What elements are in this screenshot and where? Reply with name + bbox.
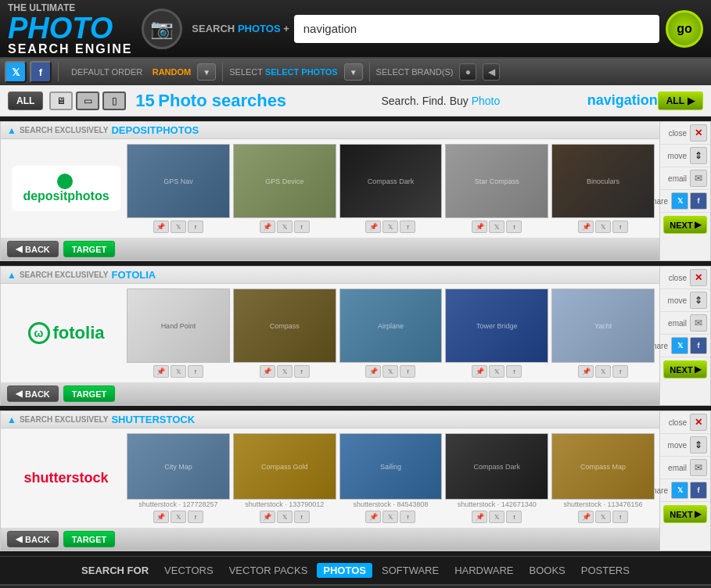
- close-button-deposit[interactable]: ✕: [690, 124, 707, 142]
- go-button[interactable]: go: [666, 10, 703, 48]
- move-button-shutterstock[interactable]: ⇕: [690, 436, 707, 454]
- shutterstock-photo-4[interactable]: Compass Dark shutterstock · 142671340 📌 …: [445, 433, 548, 523]
- software-link[interactable]: SOFTWARE: [375, 563, 445, 578]
- deposit-photo-5[interactable]: Binoculars 📌 𝕏 f: [551, 144, 655, 233]
- shutterstock-photo-3[interactable]: Sailing shutterstock · 84543808 📌 𝕏 f: [339, 433, 443, 523]
- fb-icon-f4[interactable]: f: [506, 365, 522, 378]
- deposit-img-1[interactable]: GPS Nav: [127, 144, 230, 218]
- shutterstock-photo-5[interactable]: Compass Map shutterstock · 113476156 📌 𝕏…: [551, 433, 655, 523]
- tweet-icon-f4[interactable]: 𝕏: [489, 365, 505, 378]
- share-facebook-fotolia[interactable]: f: [690, 337, 707, 354]
- vectors-link[interactable]: VECTORS: [158, 563, 220, 578]
- pin-icon-s2[interactable]: 📌: [260, 511, 275, 523]
- fb-icon-1[interactable]: f: [188, 220, 203, 233]
- fotolia-img-3[interactable]: Airplane: [339, 289, 443, 363]
- tweet-icon-f5[interactable]: 𝕏: [595, 365, 611, 378]
- close-button-shutterstock[interactable]: ✕: [690, 414, 707, 431]
- fb-icon-s4[interactable]: f: [506, 511, 522, 523]
- move-button-deposit[interactable]: ⇕: [690, 147, 707, 164]
- select-photos-dropdown[interactable]: ▼: [344, 63, 363, 81]
- facebook-button[interactable]: f: [30, 61, 52, 83]
- pin-icon-f2[interactable]: 📌: [260, 365, 275, 378]
- share-twitter-deposit[interactable]: 𝕏: [671, 192, 688, 210]
- pin-icon-1[interactable]: 📌: [153, 220, 169, 233]
- tweet-icon-4[interactable]: 𝕏: [489, 220, 505, 233]
- tweet-icon-3[interactable]: 𝕏: [382, 220, 398, 233]
- deposit-photo-2[interactable]: GPS Device 📌 𝕏 f: [233, 144, 336, 233]
- deposit-photo-3[interactable]: Compass Dark 📌 𝕏 f: [339, 144, 443, 233]
- target-button-shutterstock[interactable]: TARGET: [63, 531, 115, 547]
- share-twitter-fotolia[interactable]: 𝕏: [671, 337, 688, 354]
- tweet-icon-f1[interactable]: 𝕏: [171, 365, 186, 378]
- fotolia-img-1[interactable]: Hand Point: [127, 289, 230, 363]
- all-right-button[interactable]: ALL ▶: [658, 91, 703, 110]
- fotolia-photo-4[interactable]: Tower Bridge 📌 𝕏 f: [445, 289, 548, 378]
- pin-icon-f5[interactable]: 📌: [578, 365, 594, 378]
- pin-icon-f1[interactable]: 📌: [153, 365, 169, 378]
- tweet-icon-s2[interactable]: 𝕏: [277, 511, 293, 523]
- shutterstock-photo-2[interactable]: Compass Gold shutterstock · 133790012 📌 …: [233, 433, 336, 523]
- tweet-icon-s1[interactable]: 𝕏: [171, 511, 186, 523]
- pin-icon-s3[interactable]: 📌: [365, 511, 381, 523]
- fotolia-img-2[interactable]: Compass: [233, 289, 336, 363]
- fb-icon-f5[interactable]: f: [612, 365, 628, 378]
- fb-icon-3[interactable]: f: [400, 220, 415, 233]
- target-button-deposit[interactable]: TARGET: [63, 241, 115, 257]
- tweet-icon-s4[interactable]: 𝕏: [489, 511, 505, 523]
- hardware-link[interactable]: HARDWARE: [448, 563, 519, 578]
- fotolia-photo-2[interactable]: Compass 📌 𝕏 f: [233, 289, 336, 378]
- select-brands-dark[interactable]: ●: [459, 63, 476, 81]
- pin-icon-f3[interactable]: 📌: [365, 365, 381, 378]
- twitter-button[interactable]: 𝕏: [5, 61, 27, 83]
- fb-icon-4[interactable]: f: [506, 220, 522, 233]
- fb-icon-2[interactable]: f: [294, 220, 310, 233]
- books-link[interactable]: BOOKS: [523, 563, 572, 578]
- fotolia-img-5[interactable]: Yacht: [551, 289, 655, 363]
- deposit-img-4[interactable]: Star Compass: [445, 144, 548, 218]
- share-facebook-deposit[interactable]: f: [690, 192, 707, 210]
- fb-icon-5[interactable]: f: [612, 220, 628, 233]
- back-button-shutterstock[interactable]: ◀ BACK: [7, 531, 59, 547]
- fb-icon-f1[interactable]: f: [188, 365, 203, 378]
- email-button-fotolia[interactable]: ✉: [690, 314, 707, 332]
- email-button-deposit[interactable]: ✉: [690, 170, 707, 187]
- pin-icon-s4[interactable]: 📌: [472, 511, 487, 523]
- tweet-icon-5[interactable]: 𝕏: [595, 220, 611, 233]
- fotolia-img-4[interactable]: Tower Bridge: [445, 289, 548, 363]
- nav-btn[interactable]: ◀: [483, 63, 500, 81]
- shutterstock-img-5[interactable]: Compass Map: [551, 433, 655, 500]
- pin-icon-2[interactable]: 📌: [260, 220, 275, 233]
- photos-link[interactable]: PHOTOS: [317, 563, 372, 578]
- tweet-icon-1[interactable]: 𝕏: [171, 220, 186, 233]
- deposit-photo-4[interactable]: Star Compass 📌 𝕏 f: [445, 144, 548, 233]
- pin-icon-3[interactable]: 📌: [365, 220, 381, 233]
- fb-icon-s3[interactable]: f: [400, 511, 415, 523]
- fb-icon-f2[interactable]: f: [294, 365, 310, 378]
- move-button-fotolia[interactable]: ⇕: [690, 292, 707, 309]
- share-facebook-shutterstock[interactable]: f: [690, 482, 707, 499]
- next-button-fotolia[interactable]: NEXT ▶: [663, 360, 707, 378]
- order-dropdown[interactable]: ▼: [197, 63, 216, 81]
- all-button[interactable]: ALL: [8, 91, 43, 110]
- pin-icon-f4[interactable]: 📌: [472, 365, 487, 378]
- next-button-deposit[interactable]: NEXT ▶: [663, 216, 707, 234]
- shutterstock-photo-1[interactable]: City Map shutterstock · 127728257 📌 𝕏 f: [127, 433, 230, 523]
- deposit-img-3[interactable]: Compass Dark: [339, 144, 443, 218]
- back-button-fotolia[interactable]: ◀ BACK: [7, 385, 59, 402]
- shutterstock-img-4[interactable]: Compass Dark: [445, 433, 548, 500]
- next-button-shutterstock[interactable]: NEXT ▶: [663, 505, 707, 523]
- fotolia-photo-1[interactable]: Hand Point 📌 𝕏 f: [127, 289, 230, 378]
- tweet-icon-f3[interactable]: 𝕏: [382, 365, 398, 378]
- pin-icon-s1[interactable]: 📌: [153, 511, 169, 523]
- tweet-icon-2[interactable]: 𝕏: [277, 220, 293, 233]
- shutterstock-img-2[interactable]: Compass Gold: [233, 433, 336, 500]
- fb-icon-f3[interactable]: f: [400, 365, 415, 378]
- fb-icon-s5[interactable]: f: [612, 511, 628, 523]
- fotolia-photo-5[interactable]: Yacht 📌 𝕏 f: [551, 289, 655, 378]
- pin-icon-4[interactable]: 📌: [472, 220, 487, 233]
- tablet-icon[interactable]: ▭: [76, 91, 99, 110]
- fb-icon-s2[interactable]: f: [294, 511, 310, 523]
- desktop-icon[interactable]: 🖥: [49, 91, 73, 110]
- vector-packs-link[interactable]: VECTOR PACKS: [223, 563, 314, 578]
- posters-link[interactable]: POSTERS: [575, 563, 636, 578]
